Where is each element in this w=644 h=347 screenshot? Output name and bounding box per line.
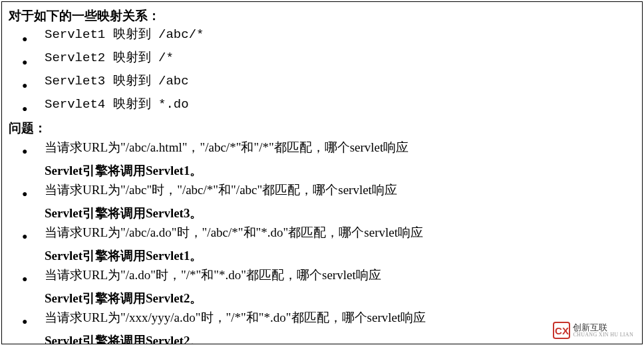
bullet-icon: ●	[22, 180, 45, 203]
question-text: 当请求URL为"/abc"时，"/abc/*"和"/abc"都匹配，哪个serv…	[45, 180, 635, 203]
answer-text: Servlet引擎将调用Servlet1。	[9, 246, 635, 265]
watermark-logo-icon: CX	[553, 322, 570, 339]
question-item: ● 当请求URL为"/xxx/yyy/a.do"时，"/*"和"*.do"都匹配…	[9, 308, 635, 331]
question-heading: 问题：	[9, 118, 635, 138]
question-item: ● 当请求URL为"/abc"时，"/abc/*"和"/abc"都匹配，哪个se…	[9, 180, 635, 203]
bullet-icon: ●	[22, 265, 45, 289]
watermark: CX 创新互联 CHUANG XIN HU LIAN	[550, 320, 636, 340]
mapping-item: ● Servlet4 映射到 *.do	[9, 95, 635, 118]
question-text: 当请求URL为"/abc/a.do"时，"/abc/*"和"*.do"都匹配，哪…	[45, 223, 635, 246]
answer-text: Servlet引擎将调用Servlet2。	[9, 289, 635, 308]
bullet-icon: ●	[22, 49, 45, 72]
watermark-name: 创新互联	[573, 324, 633, 332]
mapping-item: ● Servlet1 映射到 /abc/*	[9, 25, 635, 49]
bullet-icon: ●	[22, 95, 45, 118]
bullet-icon: ●	[22, 72, 45, 95]
question-text: 当请求URL为"/xxx/yyy/a.do"时，"/*"和"*.do"都匹配，哪…	[45, 308, 635, 331]
question-text: 当请求URL为"/a.do"时，"/*"和"*.do"都匹配，哪个servlet…	[45, 265, 635, 289]
question-item: ● 当请求URL为"/a.do"时，"/*"和"*.do"都匹配，哪个servl…	[9, 265, 635, 289]
answer-text: Servlet引擎将调用Servlet1。	[9, 161, 635, 180]
watermark-text-block: 创新互联 CHUANG XIN HU LIAN	[573, 324, 633, 338]
answer-text: Servlet引擎将调用Servlet2。	[9, 331, 635, 344]
mapping-text: Servlet2 映射到 /*	[45, 49, 635, 72]
bullet-icon: ●	[22, 223, 45, 246]
mapping-text: Servlet3 映射到 /abc	[45, 72, 635, 95]
bullet-icon: ●	[22, 138, 45, 161]
bullet-icon: ●	[22, 25, 45, 49]
bullet-icon: ●	[22, 308, 45, 331]
question-text: 当请求URL为"/abc/a.html"，"/abc/*"和"/*"都匹配，哪个…	[45, 138, 635, 161]
mapping-item: ● Servlet2 映射到 /*	[9, 49, 635, 72]
answer-text: Servlet引擎将调用Servlet3。	[9, 203, 635, 223]
watermark-sub: CHUANG XIN HU LIAN	[573, 332, 633, 338]
question-item: ● 当请求URL为"/abc/a.html"，"/abc/*"和"/*"都匹配，…	[9, 138, 635, 161]
mapping-text: Servlet4 映射到 *.do	[45, 95, 635, 118]
intro-heading: 对于如下的一些映射关系：	[9, 6, 635, 25]
question-item: ● 当请求URL为"/abc/a.do"时，"/abc/*"和"*.do"都匹配…	[9, 223, 635, 246]
mapping-text: Servlet1 映射到 /abc/*	[45, 25, 635, 49]
document-frame: 对于如下的一些映射关系： ● Servlet1 映射到 /abc/* ● Ser…	[1, 1, 643, 344]
mapping-item: ● Servlet3 映射到 /abc	[9, 72, 635, 95]
